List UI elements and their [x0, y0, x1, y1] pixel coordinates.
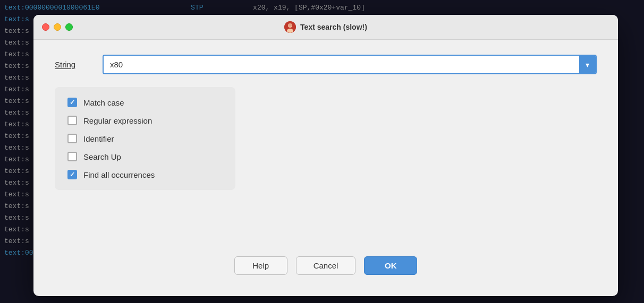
svg-point-2	[287, 29, 293, 33]
checkbox-search-up[interactable]	[67, 152, 77, 161]
title-bar: Text search (slow!)	[33, 15, 618, 40]
minimize-button[interactable]	[54, 23, 61, 31]
dialog-title: Text search (slow!)	[300, 23, 367, 31]
dialog-content: String ▾ Match case Regular expression I…	[33, 40, 618, 296]
cancel-button[interactable]: Cancel	[296, 256, 356, 275]
dropdown-button[interactable]: ▾	[579, 56, 596, 73]
string-row: String ▾	[55, 55, 597, 74]
option-identifier[interactable]: Identifier	[67, 134, 223, 143]
label-search-up: Search Up	[83, 152, 121, 161]
dialog-window: Text search (slow!) String ▾ Match case …	[33, 15, 618, 296]
buttons-row: Help Cancel OK	[55, 256, 597, 285]
title-icon	[284, 21, 296, 33]
svg-point-3	[289, 23, 292, 27]
maximize-button[interactable]	[65, 23, 73, 31]
checkbox-match-case[interactable]	[67, 98, 77, 107]
string-input-wrapper: ▾	[103, 55, 597, 74]
search-input[interactable]	[104, 56, 579, 73]
checkbox-identifier[interactable]	[67, 134, 77, 143]
window-controls	[42, 23, 73, 31]
label-regular-expression: Regular expression	[83, 116, 152, 125]
ok-button[interactable]: OK	[364, 256, 417, 275]
label-identifier: Identifier	[83, 134, 114, 143]
label-match-case: Match case	[83, 98, 124, 107]
help-button[interactable]: Help	[234, 256, 287, 275]
string-label: String	[55, 60, 92, 69]
label-find-all: Find all occurrences	[83, 170, 155, 179]
option-regular-expression[interactable]: Regular expression	[67, 116, 223, 125]
options-panel: Match case Regular expression Identifier…	[55, 87, 235, 190]
checkbox-find-all[interactable]	[67, 170, 77, 179]
checkbox-regular-expression[interactable]	[67, 116, 77, 125]
spacer	[55, 203, 597, 244]
chevron-down-icon: ▾	[586, 60, 589, 69]
option-match-case[interactable]: Match case	[67, 98, 223, 107]
close-button[interactable]	[42, 23, 49, 31]
option-find-all[interactable]: Find all occurrences	[67, 170, 223, 179]
option-search-up[interactable]: Search Up	[67, 152, 223, 161]
